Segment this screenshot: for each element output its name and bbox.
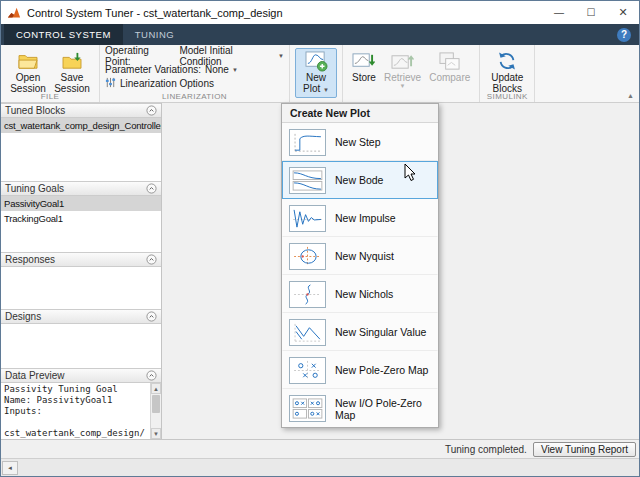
pole-zero-plot-icon (289, 357, 326, 384)
parameter-variations-row: Parameter Variations: None ▼ (105, 63, 284, 76)
menu-item-new-nichols[interactable]: New Nichols (282, 275, 438, 313)
tab-control-system[interactable]: CONTROL SYSTEM (4, 24, 123, 45)
panel-tuning-goals: Tuning Goals PassivityGoal1 TrackingGoal… (1, 181, 161, 252)
menu-item-label: New I/O Pole-Zero Map (335, 397, 437, 421)
tuned-block-item[interactable]: cst_watertank_comp_design_Controller (1, 118, 161, 133)
store-icon (352, 50, 375, 72)
retrieve-button[interactable]: Retrieve ▼ (380, 48, 425, 91)
panel-header-responses[interactable]: Responses (1, 252, 161, 267)
menu-item-new-pole-zero-map[interactable]: New Pole-Zero Map (282, 351, 438, 389)
panel-title-tuning-goals: Tuning Goals (5, 183, 146, 194)
chevron-down-icon: ▼ (278, 53, 284, 59)
ribbon-tabbar: CONTROL SYSTEM TUNING ? (1, 24, 639, 45)
close-button[interactable]: ✕ (607, 1, 639, 24)
data-preview-scrollbar[interactable]: ▲ ▼ (150, 383, 161, 439)
maximize-button[interactable]: ☐ (575, 1, 607, 24)
app-icon (7, 6, 21, 20)
impulse-plot-icon (289, 205, 326, 232)
statusbar: Tuning completed. View Tuning Report (1, 439, 639, 458)
collapse-panel-icon[interactable] (146, 183, 157, 194)
simulink-group-label: SIMULINK (480, 92, 534, 101)
nyquist-plot-icon (289, 243, 326, 270)
update-blocks-button[interactable]: Update Blocks (485, 48, 529, 96)
collapse-panel-icon[interactable] (146, 370, 157, 381)
open-session-label: Open Session (10, 72, 46, 94)
menu-item-label: New Nyquist (335, 250, 394, 262)
panel-header-designs[interactable]: Designs (1, 309, 161, 324)
tab-tuning[interactable]: TUNING (123, 24, 186, 45)
menu-item-label: New Pole-Zero Map (335, 364, 428, 376)
scroll-left-button[interactable]: ◄ (2, 461, 18, 475)
store-label: Store (352, 72, 376, 83)
compare-button[interactable]: Compare (425, 48, 474, 85)
update-blocks-label: Update Blocks (489, 72, 525, 94)
nichols-plot-icon (289, 281, 326, 308)
scroll-up-icon[interactable]: ▲ (151, 383, 161, 394)
compare-label: Compare (429, 72, 470, 83)
new-plot-group: New Plot ▼ (290, 45, 343, 102)
open-session-button[interactable]: Open Session (6, 48, 50, 96)
retrieve-icon (391, 50, 414, 72)
panel-header-tuned-blocks[interactable]: Tuned Blocks (1, 103, 161, 118)
linearization-group: Operating Point: Model Initial Condition… (100, 45, 290, 102)
scroll-down-icon[interactable]: ▼ (151, 428, 161, 439)
status-message: Tuning completed. (445, 444, 527, 455)
titlebar: Control System Tuner - cst_watertank_com… (1, 1, 639, 24)
data-preview-body: Passivity Tuning Goal Name: PassivityGoa… (1, 383, 161, 439)
scrollbar-track[interactable] (151, 414, 161, 428)
save-session-button[interactable]: Save Session (50, 48, 94, 96)
collapse-toolstrip-icon[interactable]: ▲ (627, 92, 634, 99)
designs-group: Store Retrieve ▼ (343, 45, 480, 102)
open-folder-icon (17, 50, 39, 72)
menu-item-new-io-pole-zero-map[interactable]: New I/O Pole-Zero Map (282, 389, 438, 427)
panel-tuned-blocks: Tuned Blocks cst_watertank_comp_design_C… (1, 103, 161, 181)
sliders-icon (105, 77, 116, 90)
collapse-panel-icon[interactable] (146, 311, 157, 322)
file-group: Open Session Save Session FILE (1, 45, 100, 102)
store-button[interactable]: Store (348, 48, 380, 85)
minimize-button[interactable]: — (543, 1, 575, 24)
menu-item-label: New Impulse (335, 212, 396, 224)
parameter-variations-value: None (205, 64, 229, 75)
collapse-panel-icon[interactable] (146, 254, 157, 265)
menu-item-new-step[interactable]: New Step (282, 123, 438, 161)
menu-item-label: New Step (335, 136, 381, 148)
simulink-group: Update Blocks SIMULINK (480, 45, 535, 102)
view-tuning-report-button[interactable]: View Tuning Report (533, 442, 636, 457)
new-plot-label-wrap: New Plot ▼ (299, 72, 333, 96)
menu-item-new-impulse[interactable]: New Impulse (282, 199, 438, 237)
collapse-panel-icon[interactable] (146, 105, 157, 116)
save-folder-icon (61, 50, 83, 72)
panel-data-preview: Data Preview Passivity Tuning Goal Name:… (1, 368, 161, 439)
chevron-down-icon: ▼ (232, 67, 238, 73)
step-plot-icon (289, 129, 326, 156)
scrollbar-thumb[interactable] (152, 395, 160, 413)
data-preview-text: Passivity Tuning Goal Name: PassivityGoa… (1, 383, 161, 439)
linearization-group-label: LINEARIZATION (100, 92, 289, 101)
tuning-goal-item[interactable]: PassivityGoal1 (1, 196, 161, 211)
io-pole-zero-plot-icon (289, 395, 326, 422)
retrieve-label: Retrieve (384, 72, 421, 83)
menu-item-new-singular-value[interactable]: New Singular Value (282, 313, 438, 351)
mouse-cursor (404, 163, 416, 182)
toolstrip: Open Session Save Session FILE Operating… (1, 45, 639, 103)
linearization-options-label: Linearization Options (120, 78, 214, 89)
tuning-goal-item[interactable]: TrackingGoal1 (1, 211, 161, 226)
menu-header: Create New Plot (282, 104, 438, 123)
parameter-variations-dropdown[interactable]: None ▼ (205, 64, 238, 75)
panel-title-tuned-blocks: Tuned Blocks (5, 105, 146, 116)
menu-item-label: New Bode (335, 174, 383, 186)
operating-point-row: Operating Point: Model Initial Condition… (105, 49, 284, 62)
new-plot-button[interactable]: New Plot ▼ (295, 48, 337, 98)
linearization-options-button[interactable]: Linearization Options (105, 77, 284, 90)
panel-title-data-preview: Data Preview (5, 370, 146, 381)
parameter-variations-label: Parameter Variations: (105, 64, 201, 75)
update-blocks-icon (496, 50, 518, 72)
panel-header-data-preview[interactable]: Data Preview (1, 368, 161, 383)
help-icon[interactable]: ? (617, 28, 631, 42)
save-session-label: Save Session (54, 72, 90, 94)
panel-header-tuning-goals[interactable]: Tuning Goals (1, 181, 161, 196)
tuning-goals-list: PassivityGoal1 TrackingGoal1 (1, 196, 161, 252)
linearization-rows: Operating Point: Model Initial Condition… (105, 48, 284, 90)
menu-item-new-nyquist[interactable]: New Nyquist (282, 237, 438, 275)
